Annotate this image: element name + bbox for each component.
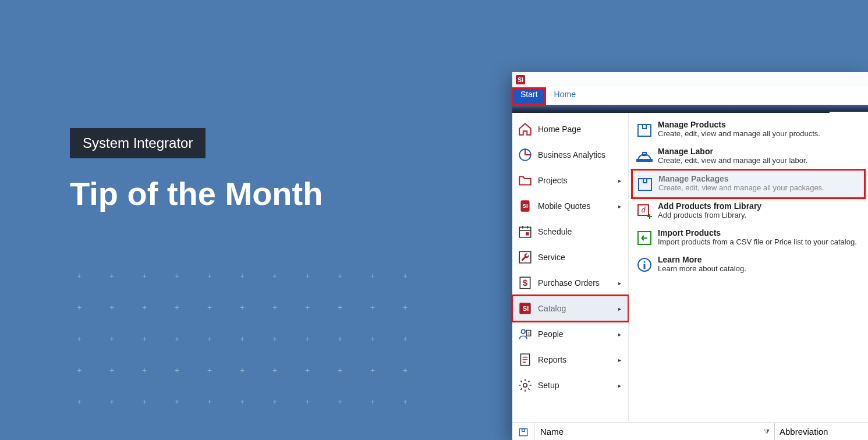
svg-point-14 bbox=[522, 329, 526, 333]
catalog-submenu: Manage Products Create, edit, view and m… bbox=[629, 113, 868, 421]
chevron-right-icon: ▸ bbox=[618, 178, 621, 184]
nav-item-projects[interactable]: Projects ▸ bbox=[512, 168, 628, 193]
submenu-manage-labor[interactable]: Manage Labor Create, edit, view and mana… bbox=[632, 143, 865, 170]
hero-headline: Tip of the Month bbox=[70, 175, 323, 212]
table-header-name[interactable]: Name ⧩ bbox=[534, 423, 775, 440]
svg-rect-12 bbox=[522, 303, 523, 314]
nav-label: Projects bbox=[538, 176, 618, 185]
submenu-title: Import Products bbox=[658, 228, 857, 237]
svg-point-22 bbox=[523, 384, 527, 388]
nav-item-service[interactable]: Service bbox=[512, 244, 628, 270]
chevron-right-icon: ▸ bbox=[618, 306, 621, 312]
folder-icon bbox=[517, 172, 533, 189]
chevron-right-icon: ▸ bbox=[618, 280, 621, 286]
nav-label: Reports bbox=[538, 355, 618, 364]
ribbon-tabs: Start Home bbox=[512, 87, 868, 105]
home-icon bbox=[517, 121, 533, 137]
table-header-icon-cell[interactable] bbox=[512, 423, 534, 440]
table-header-abbr-label: Abbreviation bbox=[780, 427, 828, 437]
nav-label: Business Analytics bbox=[538, 150, 623, 159]
svg-text:$: $ bbox=[523, 278, 528, 288]
library-add-icon: d bbox=[635, 201, 654, 221]
info-icon bbox=[635, 255, 654, 275]
svg-rect-23 bbox=[638, 125, 651, 136]
submenu-desc: Create, edit, view and manage all your p… bbox=[658, 129, 820, 139]
svg-rect-7 bbox=[526, 232, 529, 235]
dollar-icon: $ bbox=[517, 275, 533, 291]
nav-item-business-analytics[interactable]: Business Analytics bbox=[512, 142, 628, 168]
app-window: SI Start Home Refresh Home Page Busi bbox=[512, 72, 868, 440]
svg-rect-37 bbox=[519, 428, 527, 435]
table-header-abbreviation[interactable]: Abbreviation bbox=[775, 423, 868, 440]
submenu-title: Add Products from Library bbox=[658, 201, 761, 211]
chevron-right-icon: ▸ bbox=[618, 331, 621, 338]
submenu-title: Manage Products bbox=[658, 120, 820, 129]
svg-rect-36 bbox=[644, 264, 646, 269]
nav-item-home-page[interactable]: Home Page bbox=[512, 116, 628, 142]
wrench-icon bbox=[517, 249, 533, 265]
chevron-right-icon: ▸ bbox=[618, 203, 621, 210]
svg-text:SI: SI bbox=[523, 305, 529, 312]
ribbon-tab-home[interactable]: Home bbox=[546, 87, 584, 105]
nav-item-people[interactable]: People ▸ bbox=[512, 321, 628, 347]
submenu-desc: Import products from a CSV file or Price… bbox=[658, 237, 857, 247]
submenu-import-products[interactable]: Import Products Import products from a C… bbox=[632, 225, 865, 251]
nav-item-catalog[interactable]: SI Catalog ▸ bbox=[512, 296, 628, 321]
package-icon bbox=[635, 174, 655, 194]
ribbon-gradient-bar bbox=[512, 105, 868, 113]
box-icon bbox=[635, 120, 654, 140]
chevron-right-icon: ▸ bbox=[618, 357, 621, 363]
nav-item-purchase-orders[interactable]: $ Purchase Orders ▸ bbox=[512, 270, 628, 296]
submenu-desc: Add products from Library. bbox=[658, 211, 761, 221]
submenu-desc: Create, edit, view and manage all your p… bbox=[658, 183, 824, 193]
svg-rect-38 bbox=[522, 428, 525, 431]
submenu-manage-products[interactable]: Manage Products Create, edit, view and m… bbox=[632, 116, 865, 143]
nav-menu: Home Page Business Analytics Projects ▸ … bbox=[512, 113, 629, 421]
pie-chart-icon bbox=[517, 147, 533, 163]
nav-label: Setup bbox=[538, 381, 618, 390]
svg-rect-24 bbox=[643, 125, 646, 129]
window-titlebar: SI bbox=[512, 72, 868, 87]
submenu-desc: Learn more about catalog. bbox=[658, 264, 746, 274]
table-header-row: Name ⧩ Abbreviation bbox=[512, 423, 868, 440]
nav-label: People bbox=[538, 329, 618, 339]
nav-item-mobile-quotes[interactable]: SI Mobile Quotes ▸ bbox=[512, 193, 628, 219]
svg-rect-27 bbox=[639, 179, 651, 190]
svg-text:SI: SI bbox=[522, 203, 528, 209]
table-header-name-label: Name bbox=[540, 427, 564, 437]
svg-rect-3 bbox=[519, 227, 531, 237]
nav-item-schedule[interactable]: Schedule bbox=[512, 219, 628, 244]
mobile-quotes-icon: SI bbox=[517, 198, 533, 214]
reports-icon bbox=[517, 352, 533, 368]
hardhat-icon bbox=[635, 147, 654, 166]
submenu-title: Learn More bbox=[658, 255, 746, 264]
decorative-plus-grid: +++++++++++ +++++++++++ +++++++++++ ++++… bbox=[77, 271, 408, 428]
nav-label: Mobile Quotes bbox=[538, 201, 618, 211]
submenu-title: Manage Labor bbox=[658, 147, 807, 156]
nav-label: Schedule bbox=[538, 227, 623, 236]
nav-item-reports[interactable]: Reports ▸ bbox=[512, 347, 628, 372]
submenu-desc: Create, edit, view and manage all your l… bbox=[658, 156, 807, 166]
filter-icon[interactable]: ⧩ bbox=[764, 428, 770, 436]
gear-icon bbox=[517, 377, 533, 393]
submenu-learn-more[interactable]: Learn More Learn more about catalog. bbox=[632, 251, 865, 278]
people-icon bbox=[517, 326, 533, 342]
import-icon bbox=[635, 228, 654, 248]
hero-badge: System Integrator bbox=[70, 128, 206, 158]
catalog-icon: SI bbox=[517, 300, 533, 317]
svg-point-35 bbox=[644, 261, 646, 263]
submenu-add-from-library[interactable]: d Add Products from Library Add products… bbox=[632, 198, 865, 225]
submenu-manage-packages[interactable]: Manage Packages Create, edit, view and m… bbox=[632, 170, 865, 198]
nav-label: Home Page bbox=[538, 125, 623, 134]
submenu-title: Manage Packages bbox=[658, 174, 824, 183]
svg-text:d: d bbox=[642, 206, 646, 214]
nav-label: Catalog bbox=[538, 304, 618, 313]
ribbon-tab-start[interactable]: Start bbox=[512, 87, 546, 105]
si-logo-icon: SI bbox=[516, 75, 525, 84]
svg-rect-15 bbox=[526, 331, 531, 336]
window-body: Home Page Business Analytics Projects ▸ … bbox=[512, 113, 868, 421]
nav-label: Purchase Orders bbox=[538, 278, 618, 288]
nav-label: Service bbox=[538, 253, 623, 262]
svg-rect-28 bbox=[643, 179, 647, 183]
nav-item-setup[interactable]: Setup ▸ bbox=[512, 372, 628, 398]
